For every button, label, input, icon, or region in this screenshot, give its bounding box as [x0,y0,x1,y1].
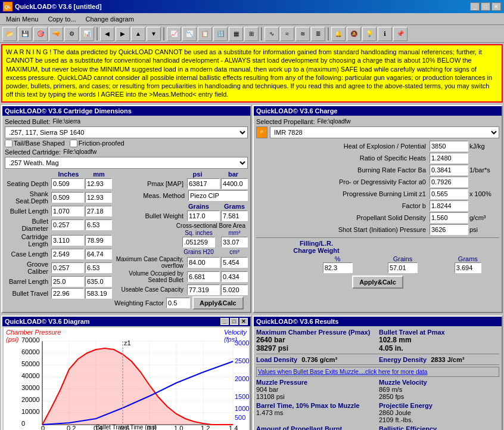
toolbar-chart3[interactable]: 📋 [198,27,212,41]
cross-sq-input[interactable] [182,237,215,248]
dim-mm-input[interactable] [85,192,112,203]
diagram-minimize-btn[interactable]: _ [220,318,229,325]
dim-row: Seating Depth [5,178,112,189]
toolbar-save[interactable]: 💾 [18,27,32,41]
dim-row: Bullet Diameter [5,218,112,232]
dim-inches-input[interactable] [51,276,84,287]
toolbar-b17[interactable]: 📌 [393,27,407,41]
toolbar-b5[interactable]: ▲ [131,27,145,41]
toolbar-chart2[interactable]: 📉 [182,27,197,41]
toolbar-chart4[interactable]: 🔢 [213,27,228,41]
minimize-button[interactable]: _ [470,2,480,11]
diagram-close-btn[interactable]: ✕ [239,318,248,325]
charge-field-input[interactable] [430,212,468,223]
toolbar-b13[interactable]: 🔔 [331,27,346,41]
toolbar-b12[interactable]: ≣ [311,27,325,41]
toolbar-b2[interactable]: 📊 [80,27,94,41]
dim-mm-input[interactable] [85,219,112,230]
charge-grains-input[interactable] [388,262,418,273]
charge-field-input[interactable] [430,224,468,235]
filling-pct-input[interactable] [323,262,353,273]
charge-apply-calc-button[interactable]: Apply&Calc [352,276,403,289]
charge-panel: QuickLOAD© V3.6 Charge Selected Propella… [253,105,503,313]
dim-mm-input[interactable] [85,288,112,299]
cartridge-apply-calc-button[interactable]: Apply&Calc [192,296,244,310]
tail-base-checkbox[interactable] [5,140,13,147]
toolbar-b6[interactable]: ▼ [147,27,161,41]
charge-field-input[interactable] [430,188,468,199]
max-grains-input[interactable] [187,257,220,268]
menu-diagram[interactable]: Change diagram [82,15,138,23]
charge-field-unit: psi [469,226,499,233]
dim-mm-input[interactable] [85,206,112,216]
toolbar-gun[interactable]: 🔫 [49,27,63,41]
toolbar-open[interactable]: 📂 [2,27,17,41]
bullet-select[interactable]: .257, 117, Sierra SP 1640 [5,126,248,138]
max-cm3-input[interactable] [221,257,248,268]
svg-text:1500: 1500 [235,393,249,400]
diagram-maximize-btn[interactable]: □ [230,318,238,325]
weighting-label: Weighting Factor [114,299,164,307]
dim-mm-input[interactable] [85,235,112,246]
dim-inches-input[interactable] [51,249,84,259]
toolbar-b8[interactable]: ⊞ [244,27,259,41]
toolbar-b15[interactable]: 💡 [362,27,377,41]
dim-label: Bullet Diameter [5,218,50,232]
diagram-panel: QuickLOAD© V3.6 Diagram _ □ ✕ Chamber Pr… [1,315,251,430]
dim-inches-input[interactable] [51,288,84,299]
svg-text:0: 0 [21,420,25,427]
dim-mm-input[interactable] [85,249,112,259]
charge-field-input[interactable] [430,153,468,163]
propellant-select[interactable]: IMR 7828 [270,126,499,138]
toolbar-b3[interactable]: ◀ [100,27,114,41]
bullet-grains-input[interactable] [187,211,220,221]
cartridge-select[interactable]: .257 Weath. Mag [5,157,248,169]
toolbar-chart1[interactable]: 📈 [167,27,181,41]
maximize-button[interactable]: □ [481,2,490,11]
toolbar-b11[interactable]: ≋ [295,27,310,41]
toolbar-b9[interactable]: ∿ [265,27,279,41]
cross-mm2-input[interactable] [221,237,248,248]
charge-grams-input[interactable] [455,262,481,273]
toolbar-bullet[interactable]: 🎯 [33,27,48,41]
load-density-val: 0.736 g/cm³ [301,356,337,363]
toolbar-b10[interactable]: ≈ [280,27,294,41]
selected-bullet-label: Selected Bullet: [5,118,50,125]
weighting-input[interactable] [166,298,190,308]
toolbar-b7[interactable]: ▦ [229,27,243,41]
menu-copy[interactable]: Copy to... [44,15,79,23]
friction-proofed-checkbox[interactable] [70,140,77,147]
values-link[interactable]: Values when Bullet Base Exits Muzzle....… [256,367,499,377]
vol-val-input[interactable] [187,271,220,282]
pmax-psi-input[interactable] [187,178,220,189]
useable-val2-input[interactable] [221,284,248,295]
dim-mm-input[interactable] [85,178,112,189]
toolbar-b1[interactable]: ⚙ [64,27,79,41]
dim-mm-input[interactable] [85,262,112,273]
toolbar-b14[interactable]: 🔕 [347,27,361,41]
menu-main[interactable]: Main Menu [2,15,42,23]
projectile-energy-ftlbs: 2109 ft.-lbs. [379,416,499,423]
dim-inches-input[interactable] [51,178,84,189]
bullet-grams-input[interactable] [221,211,248,221]
dim-label: Barrel Length [5,278,50,285]
dim-mm-input[interactable] [85,276,112,287]
bullet-file-label: File:\sierra [52,118,248,125]
meas-method-input[interactable] [188,190,248,201]
pmax-bar-input[interactable] [221,178,248,189]
toolbar-b4[interactable]: ▶ [116,27,130,41]
vol-val2-input[interactable] [221,271,248,282]
charge-field-input[interactable] [430,141,468,151]
dim-inches-input[interactable] [51,192,84,203]
charge-field-input[interactable] [430,165,468,175]
warning-text: W A R N I N G ! The data predicted by Qu… [6,48,492,98]
toolbar-b16[interactable]: ℹ [378,27,392,41]
useable-val-input[interactable] [187,284,220,295]
dim-inches-input[interactable] [51,235,84,246]
dim-inches-input[interactable] [51,206,84,216]
dim-inches-input[interactable] [51,262,84,273]
close-button[interactable]: ✕ [491,2,501,11]
dim-inches-input[interactable] [51,219,84,230]
charge-field-input[interactable] [430,200,468,211]
charge-field-input[interactable] [430,177,468,187]
